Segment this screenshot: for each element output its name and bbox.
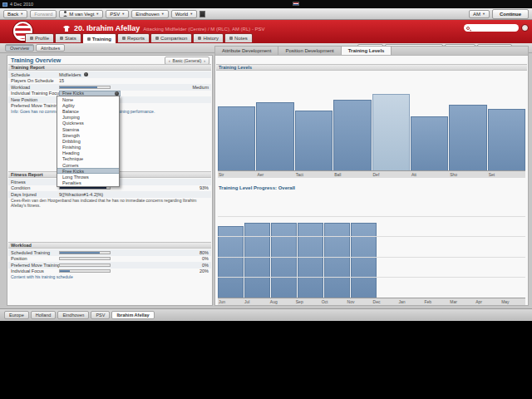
tab-stats[interactable]: Stats bbox=[55, 33, 81, 42]
breadcrumb-psv[interactable]: PSV bbox=[91, 311, 110, 319]
tab-attribute-development[interactable]: Attribute Development bbox=[215, 47, 278, 55]
continue-button[interactable]: Continue bbox=[492, 9, 529, 19]
ampm-dropdown[interactable]: AM ▼ bbox=[469, 10, 490, 18]
search-box[interactable] bbox=[464, 24, 519, 32]
axis-label-sho: Sho bbox=[449, 171, 486, 178]
chart-bar-nov bbox=[351, 223, 377, 298]
world-menu-button[interactable]: World ▼ bbox=[171, 10, 198, 18]
axis-label-tact: Tact bbox=[295, 171, 332, 178]
workload-header: Workload bbox=[8, 242, 211, 249]
gear-icon[interactable] bbox=[84, 72, 88, 76]
chart-bar-att bbox=[411, 116, 448, 170]
row-right-value: 20% bbox=[179, 268, 209, 273]
chart-bar-sho bbox=[449, 105, 486, 170]
search-input[interactable] bbox=[471, 25, 516, 31]
ampm-label: AM bbox=[473, 12, 480, 17]
tab-training-levels[interactable]: Training Levels bbox=[342, 47, 392, 55]
dropdown-option-stamina[interactable]: Stamina bbox=[57, 126, 119, 132]
axis-label-jan: Jan bbox=[397, 298, 422, 305]
row-right-value: 0% bbox=[179, 256, 209, 261]
chevron-down-icon: ▼ bbox=[20, 12, 23, 16]
row-label: Preferred Move Training bbox=[11, 103, 59, 108]
dropdown-option-finishing[interactable]: Finishing bbox=[57, 145, 119, 150]
axis-label-feb: Feb bbox=[423, 298, 448, 305]
workload-rows: Scheduled Training80%Position0%Preferred… bbox=[8, 249, 211, 274]
dropdown-option-corners[interactable]: Corners bbox=[57, 162, 119, 168]
breadcrumb-europe[interactable]: Europe bbox=[4, 311, 29, 319]
training-levels-header: Training Levels bbox=[216, 64, 527, 71]
dropdown-option-quickness[interactable]: Quickness bbox=[57, 121, 119, 126]
screen: 4 Dec 2010 Back ▼ Forward M van Vegt ▼ P… bbox=[0, 0, 532, 399]
club-menu-button[interactable]: PSV ▼ bbox=[106, 10, 129, 18]
club-label: PSV bbox=[110, 12, 120, 17]
netherlands-flag-icon bbox=[293, 2, 299, 6]
training-focus-dropdown-list: NoneAgilityBalanceJumpingQuicknessStamin… bbox=[57, 96, 120, 187]
world-label: World bbox=[175, 12, 189, 17]
progress-fill bbox=[60, 270, 70, 272]
back-button[interactable]: Back ▼ bbox=[3, 10, 27, 18]
dropdown-option-penalties[interactable]: Penalties bbox=[57, 180, 119, 186]
player-position: Attacking Midfielder (Centre) / M (RLC),… bbox=[143, 27, 264, 32]
breadcrumb-holland[interactable]: Holland bbox=[31, 311, 57, 319]
tab-history[interactable]: History bbox=[193, 33, 224, 42]
player-name: 20. Ibrahim Afellay bbox=[74, 24, 140, 32]
axis-label-def: Def bbox=[372, 171, 410, 178]
breadcrumb-ibrahim-afellay[interactable]: Ibrahim Afellay bbox=[111, 311, 154, 319]
row-players-on-schedule: Players On Schedule15 bbox=[8, 78, 211, 85]
tab-notes[interactable]: Notes bbox=[224, 33, 253, 42]
manager-menu-button[interactable]: M van Vegt ▼ bbox=[59, 10, 103, 18]
tab-label: Comparison bbox=[160, 36, 187, 41]
chart-bar-aer bbox=[256, 102, 293, 170]
row-right-value: 93% bbox=[179, 185, 209, 190]
gridline bbox=[218, 257, 525, 258]
workload-note: Content with his training schedule bbox=[11, 274, 209, 279]
tab-training[interactable]: Training bbox=[82, 33, 116, 43]
dropdown-option-jumping[interactable]: Jumping bbox=[57, 115, 119, 121]
chart-bar-sep bbox=[298, 223, 323, 298]
progress-chart-title: Training Level Progress: Overall bbox=[219, 185, 295, 190]
row-scheduled-training: Scheduled Training80% bbox=[8, 249, 211, 256]
training-levels-panel: Attribute DevelopmentPosition Developmen… bbox=[214, 46, 529, 306]
shirt-icon bbox=[63, 26, 70, 32]
dropdown-option-strength[interactable]: Strength bbox=[57, 132, 119, 138]
dropdown-option-balance[interactable]: Balance bbox=[57, 108, 119, 114]
dropdown-option-technique[interactable]: Technique bbox=[57, 156, 119, 162]
dropdown-option-none[interactable]: None bbox=[57, 96, 119, 102]
dropdown-option-long-throws[interactable]: Long Throws bbox=[57, 174, 119, 180]
chart-bar-set bbox=[488, 109, 525, 170]
subtab-attributes[interactable]: Attributes bbox=[36, 44, 65, 52]
progress-bar bbox=[59, 186, 111, 190]
row-days-injured: Days Injured9([%fraction#1-4.2]%) bbox=[8, 191, 211, 198]
dropdown-option-heading[interactable]: Heading bbox=[57, 150, 119, 156]
tab-reports[interactable]: Reports bbox=[117, 33, 150, 42]
forward-button[interactable]: Forward bbox=[30, 10, 57, 18]
tab-comparison[interactable]: Comparison bbox=[150, 33, 192, 42]
row-value bbox=[59, 269, 179, 273]
dropdown-option-free-kicks[interactable]: Free Kicks bbox=[57, 168, 119, 174]
player-tabs: ProfileStatsTrainingReportsComparisonHis… bbox=[25, 33, 253, 43]
row-value: Midfielders bbox=[59, 72, 179, 77]
row-value bbox=[59, 86, 179, 89]
chevron-down-icon: ▼ bbox=[190, 12, 193, 16]
row-schedule: ScheduleMidfielders bbox=[8, 71, 211, 78]
chart-bar-oct bbox=[324, 223, 350, 298]
subtab-overview[interactable]: Overview bbox=[5, 44, 34, 52]
progress-chart-axis: JunJulAugSepOctNovDecJanFebMarAprMay bbox=[218, 298, 525, 305]
row-position: Position0% bbox=[8, 256, 211, 263]
notes-icon bbox=[229, 37, 233, 40]
notebook-icon[interactable] bbox=[200, 11, 205, 17]
stats-icon bbox=[60, 37, 63, 40]
row-right-value: 80% bbox=[179, 250, 209, 255]
chart-bar-tact bbox=[295, 111, 332, 170]
city-menu-button[interactable]: Eindhoven ▼ bbox=[131, 10, 168, 18]
breadcrumb-eindhoven[interactable]: Eindhoven bbox=[57, 311, 89, 319]
row-value bbox=[59, 251, 179, 254]
tab-position-development[interactable]: Position Development bbox=[278, 47, 341, 55]
training-levels-axis: StrAerTactBallDefAttShoSet bbox=[218, 171, 525, 178]
dropdown-option-agility[interactable]: Agility bbox=[57, 102, 119, 108]
dropdown-option-dribbling[interactable]: Dribbling bbox=[57, 138, 119, 144]
fm-logo-icon[interactable] bbox=[521, 24, 529, 32]
tab-profile[interactable]: Profile bbox=[25, 33, 54, 42]
row-label: Days Injured bbox=[11, 192, 59, 197]
chart-bar-def bbox=[372, 94, 410, 170]
